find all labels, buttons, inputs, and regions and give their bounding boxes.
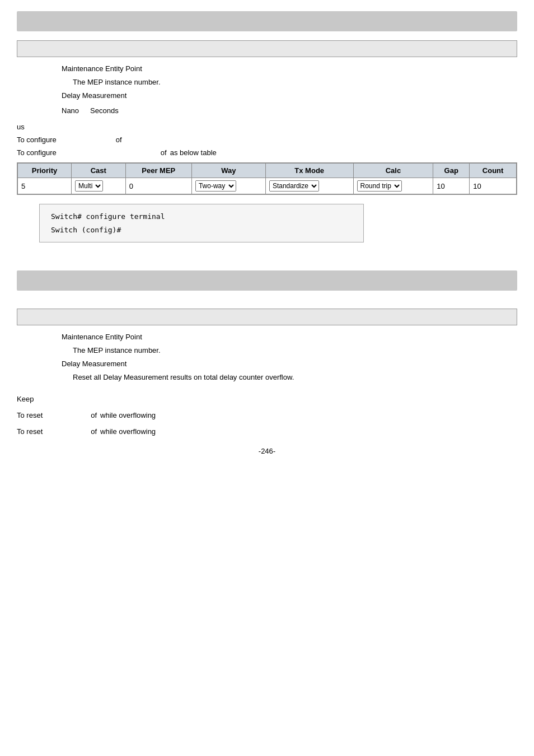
col-priority: Priority <box>18 164 72 178</box>
us-line: us <box>17 123 517 131</box>
col-cast: Cast <box>71 164 125 178</box>
config-table: Priority Cast Peer MEP Way Tx Mode Calc … <box>17 163 517 194</box>
to-configure-line2: To configure of as below table <box>17 148 517 157</box>
way-select[interactable]: Two-way One-way <box>195 180 236 192</box>
cli-box: Switch# configure terminal Switch (confi… <box>39 204 364 242</box>
section2-box <box>17 309 517 325</box>
cast-select[interactable]: Multi Uni <box>75 180 103 192</box>
data-table: Priority Cast Peer MEP Way Tx Mode Calc … <box>17 162 517 195</box>
cell-way[interactable]: Two-way One-way <box>191 178 265 194</box>
cell-gap: 10 <box>433 178 470 194</box>
section2-header <box>17 270 517 291</box>
to-reset1-middle: of <box>91 411 97 419</box>
col-peer-mep: Peer MEP <box>125 164 191 178</box>
cli-line1: Switch# configure terminal <box>51 210 352 223</box>
to-reset2-prefix: To reset <box>17 427 43 436</box>
to-configure1-prefix: To configure <box>17 136 57 144</box>
section1-header <box>17 11 517 31</box>
desc2-delay-measurement: Delay Measurement <box>62 358 517 370</box>
to-configure1-middle: of <box>116 136 122 144</box>
desc2-mep-instance: The MEP instance number. <box>73 344 517 357</box>
cell-cast[interactable]: Multi Uni <box>71 178 125 194</box>
section2-descriptions: Maintenance Entity Point The MEP instanc… <box>62 331 517 384</box>
cell-count: 10 <box>470 178 517 194</box>
to-reset1-prefix: To reset <box>17 411 43 419</box>
to-configure2-suffix: as below table <box>170 148 217 157</box>
page-number: -246- <box>17 447 517 455</box>
desc-mep-instance: The MEP instance number. <box>73 76 517 88</box>
to-reset2-suffix: while overflowing <box>100 427 156 436</box>
to-reset2-middle: of <box>91 427 97 436</box>
section1-descriptions: Maintenance Entity Point The MEP instanc… <box>62 63 517 102</box>
to-reset1-suffix: while overflowing <box>100 411 156 419</box>
cell-priority: 5 <box>18 178 72 194</box>
to-configure-line1: To configure of <box>17 136 517 144</box>
keep-line: Keep <box>17 395 517 403</box>
page: Maintenance Entity Point The MEP instanc… <box>0 0 534 756</box>
desc2-reset-info: Reset all Delay Measurement results on t… <box>73 371 517 384</box>
cell-calc[interactable]: Round trip One-way <box>353 178 433 194</box>
table-row: 5 Multi Uni 0 Two-way One-w <box>18 178 517 194</box>
calc-select[interactable]: Round trip One-way <box>357 180 402 192</box>
to-configure2-prefix: To configure <box>17 148 57 157</box>
col-gap: Gap <box>433 164 470 178</box>
col-count: Count <box>470 164 517 178</box>
nano-seconds-row: Nano Seconds <box>62 106 517 115</box>
desc2-mep: Maintenance Entity Point <box>62 331 517 343</box>
seconds-label: Seconds <box>90 106 119 115</box>
to-reset-line1: To reset of while overflowing <box>17 411 517 419</box>
section1-box <box>17 40 517 57</box>
col-way: Way <box>191 164 265 178</box>
cell-peer-mep: 0 <box>125 178 191 194</box>
desc-delay-measurement: Delay Measurement <box>62 90 517 102</box>
to-configure2-middle: of <box>161 148 167 157</box>
table-header-row: Priority Cast Peer MEP Way Tx Mode Calc … <box>18 164 517 178</box>
nano-label: Nano <box>62 106 79 115</box>
tx-mode-select[interactable]: Standardize Proprietary <box>269 180 319 192</box>
cli-line2: Switch (config)# <box>51 223 352 236</box>
col-calc: Calc <box>353 164 433 178</box>
cell-tx-mode[interactable]: Standardize Proprietary <box>265 178 353 194</box>
to-reset-line2: To reset of while overflowing <box>17 427 517 436</box>
desc-mep: Maintenance Entity Point <box>62 63 517 75</box>
col-tx-mode: Tx Mode <box>265 164 353 178</box>
